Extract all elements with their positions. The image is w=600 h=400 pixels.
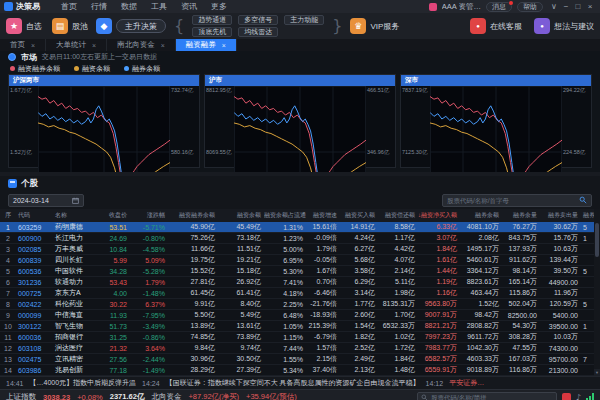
tab-close-icon[interactable]: ×: [161, 42, 165, 49]
col-header-融券偿还量[interactable]: 融券偿还量: [581, 211, 594, 220]
col-header-收盘价[interactable]: 收盘价: [97, 211, 130, 220]
table-row[interactable]: 13002475立讯精密27.56-2.44%30.96亿30.50亿1.55%…: [0, 354, 594, 365]
main-rise-decision[interactable]: ◆ 主升决策: [96, 18, 166, 34]
account-avatar[interactable]: [429, 3, 437, 11]
table-row[interactable]: 1603259药明康德53.51-5.71%45.90亿45.49亿1.31%1…: [0, 222, 594, 233]
cell-融资偿还额: 1.02亿: [378, 332, 418, 342]
col-header-涨跌幅[interactable]: 涨跌幅: [130, 211, 168, 220]
table-row[interactable]: 4600839四川长虹5.995.09%19.75亿19.21亿6.95%-0.…: [0, 255, 594, 266]
alert-icon[interactable]: [562, 393, 571, 400]
col-header-融券卖出量[interactable]: 融券卖出量: [540, 211, 581, 220]
tab-label: 首页: [10, 40, 25, 50]
stock-search-input[interactable]: [447, 197, 576, 204]
cell-名称: 智飞生物: [53, 321, 97, 331]
cell-融券余额: 5460.61万: [460, 255, 502, 265]
cell-融券偿还量: 1: [581, 235, 594, 242]
cell-收盘价: 34.28: [97, 268, 130, 275]
table-row[interactable]: 7000725京东方A4.00-1.48%61.45亿61.41亿4.18%-6…: [0, 288, 594, 299]
maximize-button[interactable]: □: [572, 2, 584, 11]
legend-dot-icon: [124, 66, 129, 71]
col-header-融资增速[interactable]: 融资增速: [306, 211, 340, 220]
cell-涨跌幅: -0.80%: [130, 235, 168, 242]
col-header-融资余额[interactable]: 融资余额: [218, 211, 264, 220]
tab-大单统计[interactable]: 大单统计×: [46, 39, 107, 51]
stock-search[interactable]: [442, 194, 592, 207]
cell-融资增速: 1.67倍: [306, 266, 340, 276]
feature-chip-均线雷达[interactable]: 均线雷达: [238, 27, 278, 37]
table-row[interactable]: 5600536中国软件34.28-5.28%15.52亿15.18亿5.30%1…: [0, 266, 594, 277]
col-header-代码[interactable]: 代码: [16, 211, 53, 220]
table-row[interactable]: 2600900长江电力24.69-0.80%75.26亿73.18亿1.23%-…: [0, 233, 594, 244]
col-header-融资买入额[interactable]: 融资买入额: [340, 211, 378, 220]
table-row[interactable]: 11600036招商银行31.25-0.86%74.85亿73.89亿1.15%…: [0, 332, 594, 343]
tab-close-icon[interactable]: ×: [92, 42, 96, 49]
sound-icon[interactable]: ♪: [576, 393, 581, 400]
cell-融券卖出量: 10.63万: [540, 244, 581, 254]
table-row[interactable]: 10300122智飞生物51.73-3.49%13.89亿13.61亿1.05%…: [0, 321, 594, 332]
minimize-button[interactable]: −: [560, 2, 572, 11]
cell-融券偿还量: 5: [581, 301, 594, 308]
col-header-融资余额占流通市值比[interactable]: 融资余额占流通市值比: [264, 211, 306, 220]
cell-名称: 万丰奥威: [53, 244, 97, 254]
close-button[interactable]: ×: [584, 2, 596, 11]
tab-close-icon[interactable]: ×: [222, 42, 226, 49]
scrollbar-thumb[interactable]: [595, 223, 599, 257]
help-button[interactable]: 帮助: [517, 2, 543, 12]
messages-button[interactable]: 消息: [486, 2, 512, 12]
table-row[interactable]: 6301236软通动力53.431.79%27.81亿26.92亿7.41%0.…: [0, 277, 594, 288]
feature-chip-多空信号[interactable]: 多空信号: [238, 15, 278, 25]
cell-融资买入额: 2.49亿: [340, 354, 378, 364]
table-scrollbar[interactable]: ▼: [594, 209, 600, 376]
feature-chip-趋势通道[interactable]: 趋势通道: [192, 15, 232, 25]
col-header-融券余额[interactable]: 融券余额: [460, 211, 502, 220]
tab-融资融券[interactable]: 融资融券×: [176, 39, 237, 51]
feedback-icon-button[interactable]: ●想法与建议: [534, 18, 594, 34]
menu-item-5[interactable]: 更多: [211, 1, 227, 12]
global-search[interactable]: [417, 392, 557, 400]
shortcut-favorites-icon[interactable]: ★自选: [6, 18, 42, 34]
col-header-融资净买入额[interactable]: ↓融资净买入额: [418, 211, 460, 220]
table-row[interactable]: 3002085万丰奥威10.84-4.58%11.66亿11.51亿5.00%1…: [0, 244, 594, 255]
news-ticker[interactable]: 14:41【…4000元】指数中后期反弹升温14:24【国联证券：指数继续下探空…: [0, 376, 600, 389]
cell-融资融券余额: 11.66亿: [168, 244, 218, 254]
vip-service[interactable]: ♛ VIP服务: [350, 18, 399, 34]
shortcut-stock-pool-icon[interactable]: ▤股池: [52, 18, 88, 34]
cell-收盘价: 53.51: [97, 224, 130, 231]
col-header-名称[interactable]: 名称: [53, 211, 97, 220]
feature-chip-顶底先机[interactable]: 顶底先机: [192, 27, 232, 37]
chart-title: 沪市: [205, 75, 395, 86]
feature-chip-主力动能[interactable]: 主力动能: [284, 15, 324, 25]
global-search-input[interactable]: [431, 394, 553, 400]
col-header-融券余量[interactable]: 融券余量: [502, 211, 540, 220]
customer-service-icon-button[interactable]: ●在线客服: [470, 18, 522, 34]
account-name[interactable]: AAA 资管…: [442, 2, 481, 12]
col-header-融资融券余额[interactable]: 融资融券余额: [168, 211, 218, 220]
menu-item-0[interactable]: 首页: [61, 1, 77, 12]
date-picker[interactable]: 2024-03-14: [8, 194, 84, 207]
tray-icon[interactable]: ∨: [548, 2, 560, 11]
scroll-down-arrow[interactable]: ▼: [594, 369, 600, 376]
cell-融资净买入额: 1.84亿: [418, 244, 460, 254]
status-item-4: 北向资金: [151, 392, 181, 400]
table-row[interactable]: 8002422科伦药业30.226.37%9.91亿8.40亿2.25%-21.…: [0, 299, 594, 310]
chip-col-2: 主力动能: [284, 15, 324, 37]
cell-收盘价: 21.32: [97, 345, 130, 352]
tab-bar: 首页×大单统计×南北向资金×融资融券×: [0, 39, 600, 51]
menu-item-4[interactable]: 资讯: [181, 1, 197, 12]
table-row[interactable]: 14603986兆易创新77.18-1.49%28.29亿27.39亿5.34%…: [0, 365, 594, 376]
decision-button[interactable]: 主升决策: [116, 19, 166, 33]
tab-首页[interactable]: 首页×: [0, 39, 46, 51]
menu-item-3[interactable]: 工具: [151, 1, 167, 12]
cell-融资增速: -0.09倍: [306, 233, 340, 243]
menu-item-1[interactable]: 行情: [91, 1, 107, 12]
col-header-序[interactable]: 序: [0, 211, 16, 220]
table-row[interactable]: 12603108润达医疗21.323.64%9.84亿9.74亿7.44%1.5…: [0, 343, 594, 354]
market-label: 市场: [21, 52, 37, 63]
cell-名称: 长江电力: [53, 233, 97, 243]
tab-南北向资金[interactable]: 南北向资金×: [107, 39, 176, 51]
table-row[interactable]: 9000099中信海直11.93-7.95%5.50亿5.49亿6.48%-18…: [0, 310, 594, 321]
col-header-融资偿还额[interactable]: 融资偿还额: [378, 211, 418, 220]
tab-close-icon[interactable]: ×: [31, 42, 35, 49]
cell-代码: 600036: [16, 334, 53, 341]
menu-item-2[interactable]: 数据: [121, 1, 137, 12]
